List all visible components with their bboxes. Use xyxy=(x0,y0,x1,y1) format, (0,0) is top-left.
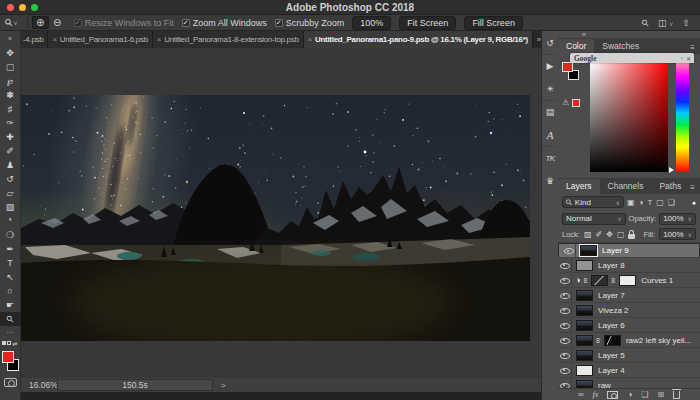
pen-tool[interactable]: ✒ xyxy=(0,242,21,256)
filter-pixel-layers-icon[interactable]: ▣ xyxy=(627,198,635,207)
adjustments-panel[interactable]: ☀ xyxy=(542,77,559,100)
workspace-switcher[interactable]: ◫ ∨ xyxy=(658,18,673,28)
visibility-toggle[interactable] xyxy=(558,258,572,273)
tab-overflow-button[interactable]: » xyxy=(533,31,541,48)
collapse-panels-icon[interactable]: « xyxy=(582,31,586,38)
option-checkbox[interactable]: ✓Zoom All Windows xyxy=(182,18,267,28)
tab-channels[interactable]: Channels xyxy=(600,179,652,194)
marquee-tool[interactable]: ▢ xyxy=(0,60,21,74)
option-checkbox[interactable]: ✓Resize Windows to Fit xyxy=(74,18,174,28)
type-tool[interactable]: T xyxy=(0,256,21,270)
visibility-toggle[interactable] xyxy=(562,243,576,258)
lock-pixels-icon[interactable]: ✐ xyxy=(596,230,603,239)
healing-brush-tool[interactable]: ✚ xyxy=(0,130,21,144)
document-tab[interactable]: ×Untitled_Panorama1-6.psb xyxy=(48,31,152,48)
document-tab[interactable]: ×Untitled_Panorama1-pano-9.psb @ 16.1% (… xyxy=(304,31,533,48)
minimize-window-button[interactable] xyxy=(19,4,26,11)
crop-tool[interactable]: ♯ xyxy=(0,102,21,116)
zoom-tool[interactable]: ⚲ xyxy=(0,312,21,326)
share-icon[interactable]: ⇧ xyxy=(682,18,690,28)
search-icon[interactable]: ⚲ xyxy=(640,17,652,29)
tab-paths[interactable]: Paths xyxy=(651,179,689,194)
edit-toolbar-button[interactable]: … xyxy=(6,326,14,338)
filter-toggle-icon[interactable]: ● xyxy=(692,199,696,206)
tab-swatches[interactable]: Swatches xyxy=(594,39,647,54)
visibility-toggle[interactable] xyxy=(558,288,572,303)
tab-color[interactable]: Color xyxy=(558,39,594,54)
lock-artboard-icon[interactable]: ▢ xyxy=(617,230,625,239)
default-colors-control[interactable]: ⇄ xyxy=(2,338,17,348)
dodge-tool[interactable]: ❍ xyxy=(0,228,21,242)
layer-row[interactable]: 8raw2 left sky yell... xyxy=(558,333,700,348)
option-checkbox[interactable]: ✓Scrubby Zoom xyxy=(275,18,345,28)
filter-type-layers-icon[interactable]: T xyxy=(647,198,652,207)
opacity-select[interactable]: 100% ∨ xyxy=(659,213,696,225)
layer-row[interactable]: Layer 6 xyxy=(558,318,700,333)
properties-panel[interactable]: ▤ xyxy=(542,100,559,123)
blend-mode-select[interactable]: Normal ∨ xyxy=(562,213,626,225)
fill-select[interactable]: 100% ∨ xyxy=(659,228,696,240)
filter-smart-objects-icon[interactable]: ❏ xyxy=(668,198,675,207)
filter-adjustment-layers-icon[interactable]: ◑ xyxy=(639,198,644,207)
visibility-toggle[interactable] xyxy=(558,318,572,333)
history-panel[interactable]: ↺ xyxy=(542,31,559,54)
tk-actions-panel[interactable]: TK xyxy=(542,146,559,169)
zoom-level-field[interactable]: 16.06% xyxy=(29,380,55,390)
delete-layer-icon[interactable] xyxy=(673,391,680,399)
layer-row[interactable]: Layer 4 xyxy=(558,363,700,378)
zoom-100-button[interactable]: 100% xyxy=(352,16,391,30)
fit-screen-button[interactable]: Fit Screen xyxy=(399,16,456,30)
history-brush-tool[interactable]: ↺ xyxy=(0,172,21,186)
actions-panel[interactable]: ▶ xyxy=(542,54,559,77)
clone-stamp-tool[interactable]: ♟ xyxy=(0,158,21,172)
visibility-toggle[interactable] xyxy=(558,303,572,318)
shape-tool[interactable]: ○ xyxy=(0,284,21,298)
brush-tool[interactable]: ✐ xyxy=(0,144,21,158)
document-tab[interactable]: -4.psb xyxy=(21,31,48,48)
blur-tool[interactable]: ❛ xyxy=(0,214,21,228)
layer-row[interactable]: raw xyxy=(558,378,700,388)
lock-position-icon[interactable]: ✥ xyxy=(606,230,613,239)
tab-layers[interactable]: Layers xyxy=(558,179,600,194)
new-layer-icon[interactable]: ⊞ xyxy=(657,391,664,399)
visibility-toggle[interactable] xyxy=(558,348,572,363)
saturation-brightness-field[interactable] xyxy=(590,63,668,172)
new-adjustment-layer-icon[interactable]: ◑ xyxy=(627,391,632,399)
panel-menu-icon[interactable]: ≡ xyxy=(690,183,695,194)
layer-row[interactable]: Layer 9 xyxy=(558,243,700,258)
lock-transparency-icon[interactable]: ▨ xyxy=(584,230,592,239)
toolbar-expand-icon[interactable]: » xyxy=(8,31,12,46)
path-selection-tool[interactable]: ↖ xyxy=(0,270,21,284)
tool-preset[interactable]: ⚲ ∨ xyxy=(0,17,23,28)
zoom-window-button[interactable] xyxy=(31,4,38,11)
layer-row[interactable]: Layer 8 xyxy=(558,258,700,273)
zoom-out-button[interactable]: ⊖ xyxy=(49,16,66,29)
lasso-tool[interactable]: ℘ xyxy=(0,74,21,88)
gradient-tool[interactable]: ▧ xyxy=(0,200,21,214)
overlay-minimize-icon[interactable]: ▫ xyxy=(681,55,683,62)
zoom-in-button[interactable]: ⊕ xyxy=(32,16,49,29)
layer-row[interactable]: ◑88Curves 1 xyxy=(558,273,700,288)
eyedropper-tool[interactable]: ✑ xyxy=(0,116,21,130)
move-tool[interactable]: ✥ xyxy=(0,46,21,60)
hue-slider[interactable] xyxy=(676,63,689,172)
filter-kind-select[interactable]: ⚲ Kind ∨ xyxy=(562,196,624,208)
layer-style-icon[interactable]: fx xyxy=(593,391,599,399)
visibility-toggle[interactable] xyxy=(558,363,572,378)
close-icon[interactable]: × xyxy=(52,35,56,44)
add-layer-mask-icon[interactable] xyxy=(607,391,618,399)
layer-row[interactable]: Viveza 2 xyxy=(558,303,700,318)
foreground-color-swatch[interactable] xyxy=(562,62,573,72)
eraser-tool[interactable]: ▱ xyxy=(0,186,21,200)
visibility-toggle[interactable] xyxy=(558,378,572,389)
foreground-color-swatch[interactable] xyxy=(2,351,14,363)
gamut-color-swatch[interactable] xyxy=(572,99,580,107)
link-layers-icon[interactable]: ∞ xyxy=(578,391,584,399)
hand-tool[interactable]: ☛ xyxy=(0,298,21,312)
fill-screen-button[interactable]: Fill Screen xyxy=(464,16,523,30)
quick-selection-tool[interactable]: ✽ xyxy=(0,88,21,102)
visibility-toggle[interactable] xyxy=(558,333,572,348)
filter-shape-layers-icon[interactable]: ▢ xyxy=(656,198,664,207)
lock-all-icon[interactable] xyxy=(628,234,635,239)
document-tab[interactable]: ×Untitled_Panorama1-8-extension-top.psb xyxy=(153,31,304,48)
